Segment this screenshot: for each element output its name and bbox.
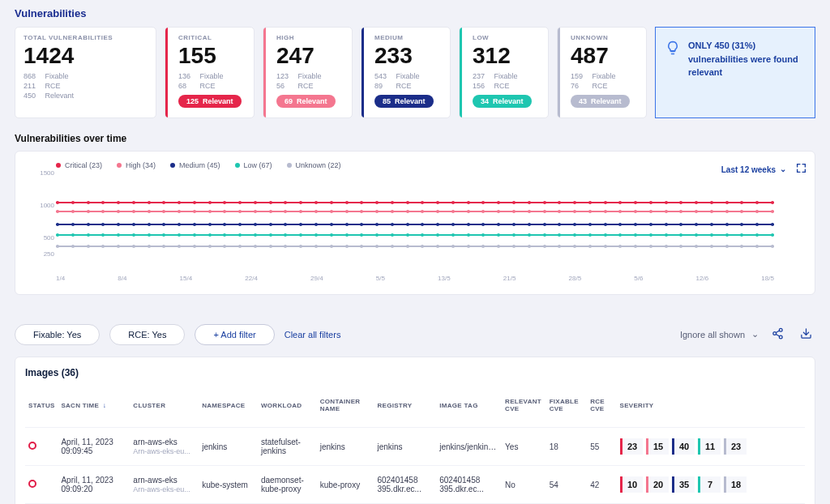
card-value: 487 [571, 43, 638, 69]
cell-image-tag: 602401458 395.dkr.ec... [436, 466, 502, 504]
cell-namespace: kube-system [199, 466, 258, 504]
card-value: 312 [473, 43, 540, 69]
severity-count-medium: 40 [672, 438, 695, 455]
x-tick: 21/5 [503, 275, 516, 286]
stat-fixable: 237 Fixable [473, 72, 540, 80]
card-low[interactable]: LOW 312 237 Fixable 156 RCE 34 Relevant [459, 27, 549, 118]
legend-item-medium[interactable]: Medium (45) [170, 161, 220, 169]
clear-filters-button[interactable]: Clear all filters [285, 330, 341, 340]
ignore-all-dropdown[interactable]: Ignore all shown ⌄ [680, 330, 759, 340]
table-row[interactable]: April, 11, 2023 09:09:20 arn-aws-eksArn-… [25, 466, 805, 504]
x-tick: 1/4 [56, 275, 65, 286]
severity-count-high: 15 [646, 438, 669, 455]
legend-item-critical[interactable]: Critical (23) [56, 161, 102, 169]
column-header[interactable]: SACN TIME ↓ [58, 387, 130, 428]
highlight-card: ONLY 450 (31%) vulnerabilities were foun… [655, 27, 815, 118]
y-tick: 1000 [40, 202, 54, 209]
status-indicator [28, 480, 36, 488]
column-header[interactable]: NAMESPACE [199, 387, 258, 428]
cell-rce: 42 [587, 466, 616, 504]
lightbulb-icon [665, 41, 680, 58]
cell-severity: 102035718 [617, 466, 805, 504]
svg-line-3 [776, 335, 779, 337]
x-tick: 5/5 [376, 275, 385, 286]
add-filter-button[interactable]: + Add filter [195, 324, 274, 345]
card-label: CRITICAL [178, 34, 246, 41]
column-header[interactable]: CLUSTER [130, 387, 199, 428]
relevant-pill: 43 Relevant [571, 95, 630, 108]
column-header[interactable]: SEVERITY [617, 387, 805, 428]
chart-legend: Critical (23)High (34)Medium (45)Low (67… [56, 161, 774, 169]
filter-chip[interactable]: Fixable: Yes [15, 324, 100, 345]
column-header[interactable]: REGISTRY [374, 387, 436, 428]
table-row[interactable]: April, 11, 2023 09:09:45 arn-aws-eksArn-… [25, 428, 805, 466]
legend-item-low[interactable]: Low (67) [235, 161, 272, 169]
series-critical [56, 202, 774, 203]
stat-rce: 56 RCE [276, 82, 344, 90]
card-label: HIGH [276, 34, 344, 41]
card-medium[interactable]: MEDIUM 233 543 Fixable 89 RCE 85 Relevan… [361, 27, 451, 118]
x-tick: 22/4 [245, 275, 258, 286]
x-tick: 29/4 [310, 275, 323, 286]
cell-fixable: 54 [546, 466, 588, 504]
column-header[interactable]: RCE CVE [587, 387, 616, 428]
cell-scan-time: April, 11, 2023 09:09:20 [58, 466, 130, 504]
series-high [56, 211, 774, 212]
chart-plot-area[interactable]: 25050010001500 1/48/415/422/429/45/513/5… [56, 173, 774, 286]
legend-item-high[interactable]: High (34) [117, 161, 156, 169]
severity-count-low: 11 [698, 438, 721, 455]
card-unknown[interactable]: UNKNOWN 487 159 Fixable 76 RCE 43 Releva… [557, 27, 647, 118]
column-header[interactable]: RELEVANT CVE [502, 387, 546, 428]
column-header[interactable]: WORKLOAD [258, 387, 317, 428]
share-icon[interactable] [768, 324, 787, 345]
relevant-pill: 69 Relevant [276, 95, 336, 108]
expand-icon[interactable] [796, 163, 806, 176]
images-table: STATUSSACN TIME ↓CLUSTERNAMESPACEWORKLOA… [25, 387, 805, 504]
filter-bar: Fixable: YesRCE: Yes + Add filter Clear … [0, 295, 830, 357]
card-high[interactable]: HIGH 247 123 Fixable 56 RCE 69 Relevant [263, 27, 353, 118]
legend-item-unknown[interactable]: Unknown (22) [287, 161, 341, 169]
card-label: LOW [473, 34, 540, 41]
cell-relevant: No [502, 466, 546, 504]
x-tick: 15/4 [180, 275, 193, 286]
series-medium [56, 224, 774, 225]
stat-rce: 68 RCE [178, 82, 246, 90]
card-value: 247 [276, 43, 344, 69]
relevant-pill: 34 Relevant [473, 95, 532, 108]
chart-card: Critical (23)High (34)Medium (45)Low (67… [15, 151, 815, 295]
x-tick: 12/6 [696, 275, 709, 286]
cell-namespace: jenkins [199, 428, 258, 466]
card-label: TOTAL VULNERABILITIES [24, 34, 148, 41]
card-total[interactable]: TOTAL VULNERABILITIES 1424 868 Fixable21… [15, 27, 156, 118]
card-critical[interactable]: CRITICAL 155 136 Fixable 68 RCE 125 Rele… [165, 27, 255, 118]
column-header[interactable]: FIXABLE CVE [546, 387, 588, 428]
severity-count-critical: 10 [620, 476, 643, 493]
cell-scan-time: April, 11, 2023 09:09:45 [58, 428, 130, 466]
filter-chip[interactable]: RCE: Yes [109, 324, 185, 345]
x-tick: 13/5 [438, 275, 451, 286]
column-header[interactable]: CONTAINER NAME [317, 387, 374, 428]
download-icon[interactable] [797, 324, 815, 345]
severity-count-high: 20 [646, 476, 669, 493]
stat-row: 868 Fixable [24, 72, 148, 80]
images-title: Images (36) [25, 367, 805, 387]
cell-severity: 2315401123 [617, 428, 805, 466]
cell-container: jenkins [317, 428, 374, 466]
x-tick: 18/5 [761, 275, 774, 286]
column-header[interactable]: IMAGE TAG [436, 387, 502, 428]
severity-count-critical: 23 [620, 438, 643, 455]
y-tick: 250 [44, 250, 54, 258]
page-title: Vulnerabilities [0, 0, 830, 27]
cell-container: kube-proxy [317, 466, 374, 504]
stat-fixable: 159 Fixable [571, 72, 638, 80]
x-tick: 5/6 [634, 275, 643, 286]
card-label: UNKNOWN [571, 34, 638, 41]
card-value: 155 [178, 43, 246, 69]
relevant-pill: 85 Relevant [374, 95, 434, 108]
y-tick: 1500 [40, 169, 54, 177]
stat-fixable: 136 Fixable [178, 72, 246, 80]
cell-workload: daemonset-kube-proxy [258, 466, 317, 504]
series-low [56, 234, 774, 236]
cell-image-tag: jenkins/jenkins:2.34... [436, 428, 502, 466]
column-header[interactable]: STATUS [25, 387, 58, 428]
